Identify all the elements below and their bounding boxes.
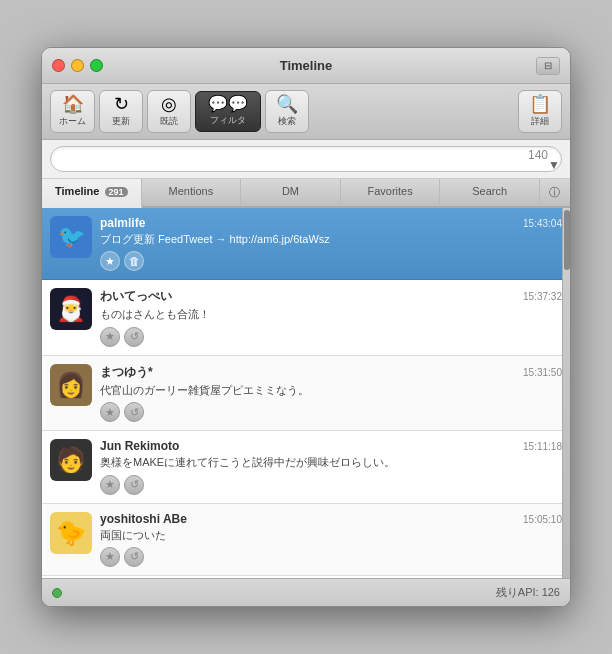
read-button[interactable]: ◎ 既読 [147,90,191,133]
avatar: 🐤 [50,512,92,554]
toolbar: 🏠 ホーム ↻ 更新 ◎ 既読 💬💬 フィルタ 🔍 検索 📋 詳細 [42,84,570,140]
home-button[interactable]: 🏠 ホーム [50,90,95,133]
tweet-time: 15:31:50 [523,367,562,378]
delete-button[interactable]: 🗑 [124,251,144,271]
filter-icon: 💬💬 [208,96,248,112]
read-label: 既読 [160,115,178,128]
tweet-time: 15:11:18 [523,441,562,452]
refresh-label: 更新 [112,115,130,128]
tweet-text: 両国についた [100,528,562,543]
home-icon: 🏠 [62,95,84,113]
retweet-button[interactable]: ↺ [124,327,144,347]
detail-icon: 📋 [529,95,551,113]
tweet-name: わいてっぺい [100,288,172,305]
search-input[interactable] [50,146,562,172]
timeline-badge: 291 [105,187,128,197]
tab-favorites[interactable]: Favorites [341,179,441,206]
tweet-time: 15:37:32 [523,291,562,302]
gear-icon[interactable]: ▼ [548,158,560,172]
expand-icon: ⊟ [544,60,552,71]
filter-label: フィルタ [210,114,246,127]
tweet-actions: ★ ↺ [100,327,562,347]
tweet-header: わいてっぺい 15:37:32 [100,288,562,305]
tab-timeline-label: Timeline [55,185,99,197]
tweet-actions: ★ ↺ [100,402,562,422]
tweet-list: 🐦 palmlife 15:43:04 ブログ更新 FeedTweet → ht… [42,208,570,578]
retweet-button[interactable]: ↺ [124,547,144,567]
titlebar-buttons [52,59,103,72]
titlebar: Timeline ⊟ [42,48,570,84]
favorite-button[interactable]: ★ [100,327,120,347]
tab-mentions-label: Mentions [169,185,214,197]
connection-status [52,588,62,598]
window-title: Timeline [280,58,333,73]
search-icon: 🔍 [276,95,298,113]
tweet-item[interactable]: 🧑 Jun Rekimoto 15:11:18 奥様をMAKEに連れて行こうと説… [42,431,570,503]
tweet-content: Jun Rekimoto 15:11:18 奥様をMAKEに連れて行こうと説得中… [100,439,562,494]
tweet-text: ブログ更新 FeedTweet → http://am6.jp/6taWsz [100,232,562,247]
detail-button[interactable]: 📋 詳細 [518,90,562,133]
character-count: 140 [528,148,548,162]
tweet-content: palmlife 15:43:04 ブログ更新 FeedTweet → http… [100,216,562,271]
tab-timeline[interactable]: Timeline 291 [42,179,142,208]
tweet-content: yoshitoshi ABe 15:05:10 両国についた ★ ↺ [100,512,562,567]
tab-info[interactable]: ⓘ [540,179,570,206]
maximize-button[interactable] [90,59,103,72]
tab-dm[interactable]: DM [241,179,341,206]
retweet-button[interactable]: ↺ [124,402,144,422]
close-button[interactable] [52,59,65,72]
avatar: 🧑 [50,439,92,481]
tab-search-label: Search [472,185,507,197]
tweet-actions: ★ 🗑 [100,251,562,271]
tab-favorites-label: Favorites [367,185,412,197]
tab-mentions[interactable]: Mentions [142,179,242,206]
tweet-header: Jun Rekimoto 15:11:18 [100,439,562,453]
favorite-button[interactable]: ★ [100,402,120,422]
filter-button[interactable]: 💬💬 フィルタ [195,91,261,132]
search-label: 検索 [278,115,296,128]
info-icon: ⓘ [549,186,560,198]
tweet-item[interactable]: 👩 まつゆう* 15:31:50 代官山のガーリー雑貨屋プピエミミなう。 ★ ↺ [42,356,570,431]
read-icon: ◎ [161,95,177,113]
home-label: ホーム [59,115,86,128]
avatar: 👩 [50,364,92,406]
refresh-icon: ↻ [114,95,129,113]
tweet-text: 奥様をMAKEに連れて行こうと説得中だが興味ゼロらしい。 [100,455,562,470]
main-window: Timeline ⊟ 🏠 ホーム ↻ 更新 ◎ 既読 💬💬 フィルタ 🔍 検索 … [41,47,571,607]
tab-bar: Timeline 291 Mentions DM Favorites Searc… [42,179,570,208]
retweet-button[interactable]: ↺ [124,475,144,495]
expand-button[interactable]: ⊟ [536,57,560,75]
statusbar: 残りAPI: 126 [42,578,570,606]
scrollbar[interactable] [562,208,570,578]
tweet-text: 代官山のガーリー雑貨屋プピエミミなう。 [100,383,562,398]
tweet-item[interactable]: 🐦 palmlife 15:43:04 ブログ更新 FeedTweet → ht… [42,208,570,280]
refresh-button[interactable]: ↻ 更新 [99,90,143,133]
api-count: 残りAPI: 126 [496,585,560,600]
favorite-button[interactable]: ★ [100,251,120,271]
tweet-item[interactable]: 👩 勝間和代 15:02:38 では、とりあえず、@kohmi と @renho… [42,576,570,578]
detail-label: 詳細 [531,115,549,128]
tweet-item[interactable]: 🐤 yoshitoshi ABe 15:05:10 両国についた ★ ↺ [42,504,570,576]
tweet-header: yoshitoshi ABe 15:05:10 [100,512,562,526]
tweet-name: まつゆう* [100,364,153,381]
tweet-name: yoshitoshi ABe [100,512,187,526]
tweet-text: ものはさんとも合流！ [100,307,562,322]
tweet-name: Jun Rekimoto [100,439,179,453]
scroll-thumb[interactable] [564,210,570,270]
favorite-button[interactable]: ★ [100,475,120,495]
tab-search[interactable]: Search [440,179,540,206]
tweet-item[interactable]: 🎅 わいてっぺい 15:37:32 ものはさんとも合流！ ★ ↺ [42,280,570,355]
tweet-content: まつゆう* 15:31:50 代官山のガーリー雑貨屋プピエミミなう。 ★ ↺ [100,364,562,422]
tweet-actions: ★ ↺ [100,475,562,495]
favorite-button[interactable]: ★ [100,547,120,567]
avatar: 🎅 [50,288,92,330]
tab-dm-label: DM [282,185,299,197]
tweet-header: まつゆう* 15:31:50 [100,364,562,381]
minimize-button[interactable] [71,59,84,72]
tweet-header: palmlife 15:43:04 [100,216,562,230]
tweet-actions: ★ ↺ [100,547,562,567]
avatar: 🐦 [50,216,92,258]
search-button[interactable]: 🔍 検索 [265,90,309,133]
tweet-name: palmlife [100,216,145,230]
tweet-time: 15:43:04 [523,218,562,229]
